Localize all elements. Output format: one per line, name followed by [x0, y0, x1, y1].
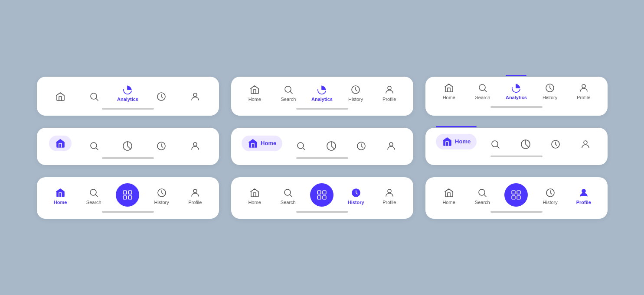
nav-search[interactable]: Search — [471, 188, 494, 205]
nav-history[interactable] — [150, 141, 173, 151]
home-indicator — [490, 211, 543, 213]
home-label: Home — [442, 200, 455, 205]
nav-profile[interactable] — [574, 139, 597, 149]
nav-search[interactable]: Search — [82, 188, 105, 205]
nav-bar-6: Home — [432, 134, 601, 151]
nav-analytics[interactable]: Analytics — [505, 83, 527, 100]
nav-profile[interactable]: Profile — [572, 83, 595, 100]
home-indicator — [296, 108, 348, 110]
card-7: Home Search History — [37, 177, 219, 219]
nav-bar-5: Home — [238, 136, 406, 153]
analytics-icon — [511, 83, 521, 93]
nav-history[interactable]: History — [150, 188, 173, 205]
home-indicator — [102, 108, 154, 110]
search-icon — [490, 139, 500, 149]
nav-analytics[interactable]: Analytics — [116, 84, 139, 102]
nav-home[interactable]: Home — [438, 83, 460, 100]
nav-profile[interactable]: Profile — [184, 188, 206, 205]
nav-analytics-float[interactable] — [310, 183, 333, 205]
nav-home[interactable]: Home — [243, 188, 266, 205]
analytics-icon — [122, 141, 133, 151]
home-indicator — [102, 157, 154, 159]
nav-analytics[interactable] — [116, 141, 139, 151]
analytics-icon — [326, 141, 337, 151]
nav-profile[interactable] — [184, 141, 206, 151]
nav-history[interactable]: History — [539, 83, 561, 100]
nav-profile[interactable] — [184, 91, 206, 102]
nav-home[interactable]: Home — [242, 136, 282, 151]
nav-home[interactable]: Home — [438, 188, 460, 205]
search-icon — [477, 83, 488, 93]
home-label: Home — [261, 140, 276, 146]
home-icon — [55, 91, 65, 102]
float-button[interactable] — [310, 183, 333, 207]
history-icon — [545, 83, 555, 93]
nav-search[interactable] — [290, 141, 312, 151]
nav-home[interactable] — [49, 136, 72, 151]
profile-icon — [579, 83, 589, 93]
home-label: Home — [455, 138, 471, 145]
nav-profile[interactable] — [380, 141, 402, 151]
top-line — [436, 126, 477, 127]
float-button[interactable] — [116, 183, 139, 207]
nav-bar-4 — [44, 136, 212, 153]
home-pill: Home — [242, 136, 282, 151]
home-icon — [444, 188, 454, 198]
float-button[interactable] — [504, 183, 528, 207]
nav-search[interactable]: Search — [277, 84, 300, 102]
nav-home[interactable]: Home — [436, 134, 477, 149]
history-label: History — [348, 200, 364, 205]
history-icon — [550, 139, 561, 149]
history-label: History — [543, 95, 557, 100]
home-indicator — [102, 211, 154, 213]
history-icon — [351, 188, 361, 198]
nav-search[interactable] — [83, 91, 105, 102]
profile-icon — [579, 188, 589, 198]
nav-history[interactable] — [150, 91, 173, 102]
card-2: Home Search Analytics History — [231, 77, 413, 116]
nav-analytics[interactable] — [514, 139, 537, 149]
nav-home[interactable]: Home — [49, 188, 72, 205]
search-label: Search — [281, 97, 296, 102]
history-label: History — [154, 200, 169, 205]
nav-history[interactable] — [544, 139, 567, 149]
home-indicator — [490, 106, 543, 108]
nav-analytics[interactable] — [320, 141, 343, 151]
profile-label: Profile — [576, 200, 591, 205]
nav-history[interactable]: History — [345, 188, 367, 205]
nav-history[interactable] — [350, 141, 373, 151]
nav-profile[interactable]: Profile — [378, 188, 401, 205]
nav-search[interactable] — [83, 141, 105, 151]
nav-search[interactable] — [484, 139, 507, 149]
nav-home[interactable]: Home — [243, 84, 266, 102]
search-icon — [88, 188, 99, 198]
card-1: Analytics — [37, 77, 219, 116]
home-indicator — [490, 156, 543, 157]
nav-analytics-float[interactable] — [116, 183, 139, 205]
search-icon — [283, 84, 294, 95]
nav-analytics-float[interactable] — [504, 183, 528, 205]
nav-profile[interactable]: Profile — [572, 188, 595, 205]
home-icon — [55, 188, 65, 198]
search-label: Search — [86, 200, 101, 205]
nav-search[interactable]: Search — [277, 188, 299, 205]
search-icon — [89, 91, 99, 102]
nav-search[interactable]: Search — [471, 83, 494, 100]
nav-history[interactable]: History — [344, 84, 367, 102]
home-icon — [55, 138, 65, 149]
search-label: Search — [281, 200, 296, 205]
search-label: Search — [475, 200, 490, 205]
card-5: Home — [231, 128, 413, 165]
nav-home[interactable] — [49, 91, 72, 102]
nav-showcase-grid: Analytics Home — [20, 59, 625, 236]
analytics-label: Analytics — [506, 95, 527, 100]
profile-icon — [384, 84, 395, 95]
nav-history[interactable]: History — [539, 188, 562, 205]
nav-bar-3: Home Search Analytics History — [432, 83, 601, 102]
profile-label: Profile — [577, 95, 590, 100]
home-icon — [249, 188, 260, 198]
history-icon — [350, 84, 361, 95]
home-label: Home — [248, 200, 261, 205]
nav-analytics[interactable]: Analytics — [311, 84, 333, 102]
nav-profile[interactable]: Profile — [378, 84, 401, 102]
